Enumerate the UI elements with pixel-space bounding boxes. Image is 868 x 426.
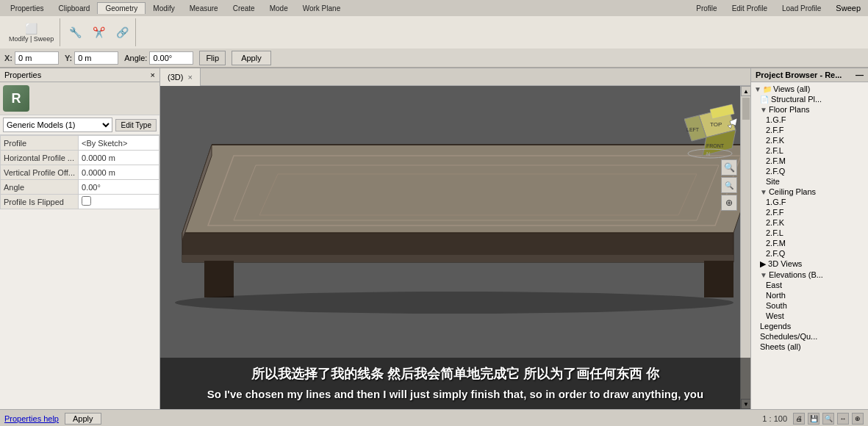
- tab-modify[interactable]: Modify: [146, 3, 182, 14]
- tree-item-1gf[interactable]: 1.G.F: [763, 115, 868, 125]
- tree-item-2fl[interactable]: 2.F.L: [763, 145, 868, 156]
- subtitle-chinese: 所以我选择了我的线条 然后我会简单地完成它 所以为了画任何东西 你: [175, 365, 736, 383]
- ribbon: Properties Clipboard Geometry Modify Mea…: [0, 0, 868, 68]
- angle-field: Angle:: [124, 51, 193, 65]
- sweep-label: Sweep: [828, 2, 868, 14]
- tree-item-c2ff[interactable]: 2.F.F: [763, 207, 868, 217]
- tab-edit-profile[interactable]: Edit Profile: [725, 3, 775, 14]
- tree-item-c2fq[interactable]: 2.F.Q: [763, 248, 868, 259]
- tree-item-2ff[interactable]: 2.F.F: [763, 125, 868, 135]
- tool-btn-3[interactable]: 🔗: [112, 24, 132, 40]
- tool-btn-1[interactable]: 🔧: [65, 24, 85, 40]
- prop-value-flipped[interactable]: [79, 195, 159, 209]
- tree-item-c2fk[interactable]: 2.F.K: [763, 217, 868, 228]
- tree-item-floor-plans[interactable]: ▼ Floor Plans: [757, 104, 868, 115]
- modify-btn[interactable]: ⬜ Modify | Sweep: [6, 21, 57, 44]
- resize-icon[interactable]: ↔: [837, 413, 849, 425]
- tab-geometry[interactable]: Geometry: [97, 2, 146, 14]
- tree-label-views: Views (all): [773, 84, 811, 93]
- prop-value-vprofile[interactable]: 0.0000 m: [79, 165, 159, 180]
- nav-cube[interactable]: TOP LEFT FRONT N: [684, 93, 743, 152]
- subtitle-english: So I've chosen my lines and then I will …: [175, 386, 736, 402]
- tree-item-east[interactable]: East: [763, 280, 868, 290]
- prop-row-hprofile: Horizontal Profile ... 0.0000 m: [1, 151, 159, 165]
- tree-item-ceiling-plans[interactable]: ▼ Ceiling Plans: [757, 187, 868, 197]
- tree-item-elevations[interactable]: ▼ Elevations (B...: [757, 270, 868, 280]
- scroll-up-btn[interactable]: ▲: [741, 86, 750, 96]
- props-selector: Generic Models (1) Edit Type: [0, 115, 159, 135]
- tree-item-north[interactable]: North: [763, 290, 868, 300]
- viewport-tab-close[interactable]: ×: [187, 73, 192, 82]
- search-icon[interactable]: 🔍: [822, 413, 834, 425]
- tree-item-structural[interactable]: 📄 Structural Pl...: [757, 94, 868, 104]
- edit-type-button[interactable]: Edit Type: [115, 119, 157, 131]
- tree-item-2fm[interactable]: 2.F.M: [763, 156, 868, 166]
- subtitle-bar: 所以我选择了我的线条 然后我会简单地完成它 所以为了画任何东西 你 So I'v…: [160, 358, 750, 409]
- svg-text:TOP: TOP: [710, 121, 722, 128]
- tree-item-views-all[interactable]: ▼ 📁 Views (all): [751, 84, 868, 94]
- tab-properties[interactable]: Properties: [3, 3, 51, 14]
- tree-item-c1gf[interactable]: 1.G.F: [763, 197, 868, 207]
- apply-button[interactable]: Apply: [232, 51, 271, 65]
- prop-value-hprofile[interactable]: 0.0000 m: [79, 151, 159, 165]
- project-browser-header: Project Browser - Re... —: [751, 68, 868, 82]
- modify-label: Modify | Sweep: [9, 35, 54, 43]
- tree-item-sheets[interactable]: Sheets (all): [757, 342, 868, 352]
- zoom-icon[interactable]: ⊕: [852, 413, 864, 425]
- prop-value-profile[interactable]: <By Sketch>: [79, 136, 159, 151]
- profile-flipped-checkbox[interactable]: [82, 196, 91, 206]
- tree-item-schedules[interactable]: Schedules/Qu...: [757, 331, 868, 342]
- save-icon[interactable]: 💾: [808, 413, 819, 425]
- svg-text:N: N: [706, 151, 710, 156]
- tab-load-profile[interactable]: Load Profile: [775, 3, 828, 14]
- 3d-views-icon: ▶: [760, 259, 766, 268]
- floor-plans-label: Floor Plans: [769, 105, 810, 114]
- print-icon[interactable]: 🖨: [793, 413, 805, 425]
- tree-item-west[interactable]: West: [763, 311, 868, 321]
- tab-clipboard[interactable]: Clipboard: [51, 3, 98, 14]
- project-browser-title: Project Browser - Re...: [756, 71, 842, 79]
- tree-item-legends[interactable]: Legends: [757, 321, 868, 331]
- status-apply-button[interactable]: Apply: [65, 413, 101, 425]
- svg-point-11: [175, 292, 734, 314]
- tree-item-c2fm[interactable]: 2.F.M: [763, 238, 868, 248]
- tool-icon-3: 🔗: [115, 26, 129, 39]
- minimize-icon[interactable]: —: [856, 71, 864, 79]
- scale-label: 1 : 100: [762, 414, 787, 423]
- close-icon[interactable]: ×: [151, 71, 155, 79]
- tree-item-c2fl[interactable]: 2.F.L: [763, 228, 868, 238]
- tool-icon-2: ✂️: [92, 26, 105, 39]
- ribbon-tab-bar: Properties Clipboard Geometry Modify Mea…: [0, 0, 868, 16]
- x-input[interactable]: [15, 51, 59, 65]
- orbit-btn[interactable]: ⊕: [721, 195, 737, 211]
- properties-help-link[interactable]: Properties help: [4, 414, 59, 423]
- svg-marker-1: [182, 145, 750, 233]
- viewport-tab-3d[interactable]: (3D) ×: [160, 68, 201, 86]
- flip-button[interactable]: Flip: [199, 51, 226, 65]
- modify-icon: ⬜: [25, 22, 38, 35]
- zoom-in-btn[interactable]: 🔍: [721, 159, 737, 176]
- tree-item-2fq[interactable]: 2.F.Q: [763, 166, 868, 176]
- tab-profile[interactable]: Profile: [689, 3, 724, 14]
- prop-name-hprofile: Horizontal Profile ...: [1, 151, 79, 165]
- tab-create[interactable]: Create: [226, 3, 262, 14]
- y-input[interactable]: [74, 51, 118, 65]
- scroll-thumb[interactable]: [742, 98, 750, 120]
- angle-input[interactable]: [149, 51, 193, 65]
- tree-item-site[interactable]: Site: [763, 176, 868, 187]
- prop-name-vprofile: Vertical Profile Off...: [1, 165, 79, 180]
- tree-item-2fk[interactable]: 2.F.K: [763, 135, 868, 145]
- tab-measure[interactable]: Measure: [182, 3, 226, 14]
- tree-item-south[interactable]: South: [763, 300, 868, 311]
- xy-bar: X: Y: Angle: Flip Apply: [0, 48, 868, 68]
- tool-btn-2[interactable]: ✂️: [88, 24, 109, 40]
- viewport-tab-bar: (3D) ×: [160, 68, 750, 86]
- prop-value-angle[interactable]: 0.00°: [79, 180, 159, 195]
- tab-mode[interactable]: Mode: [262, 3, 295, 14]
- model-type-dropdown[interactable]: Generic Models (1): [3, 118, 112, 132]
- zoom-out-btn[interactable]: 🔍: [721, 177, 737, 193]
- tree-item-3d-views[interactable]: ▶ 3D Views: [757, 259, 868, 270]
- tab-workplane[interactable]: Work Plane: [295, 3, 348, 14]
- left-panel-header: Properties ×: [0, 68, 159, 82]
- viewport-content[interactable]: TOP LEFT FRONT N ▲ ▼ 🔍 🔍: [160, 86, 750, 409]
